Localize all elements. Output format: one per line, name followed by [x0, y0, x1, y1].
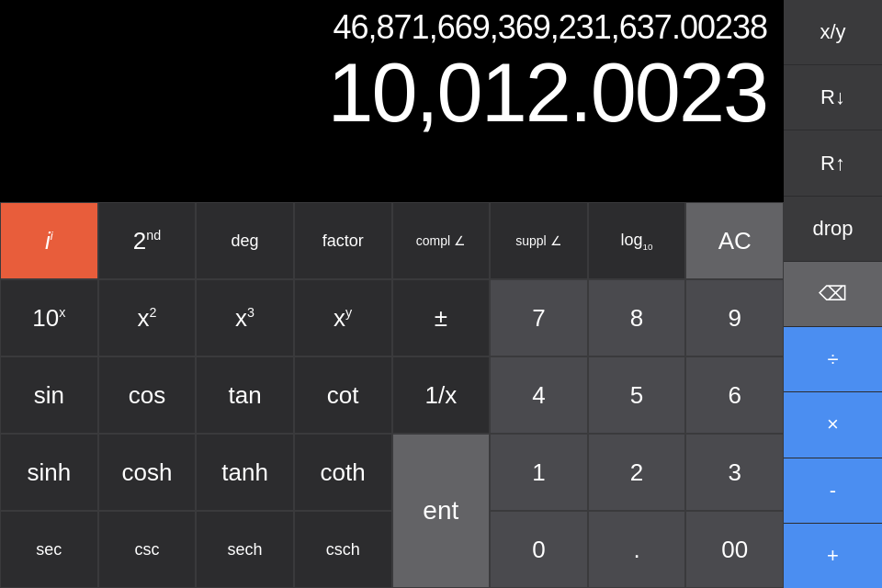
cosh-label: cosh: [121, 458, 172, 487]
deg-label: deg: [232, 232, 259, 251]
display-primary: 10,012.0023: [17, 50, 767, 137]
6-button[interactable]: 6: [685, 356, 784, 434]
dot-button[interactable]: .: [588, 511, 686, 588]
ent-button[interactable]: ent: [392, 434, 491, 588]
cos-button[interactable]: cos: [98, 356, 197, 434]
divide-label: ÷: [827, 347, 838, 371]
2nd-button[interactable]: 2nd: [98, 202, 197, 279]
drop-button[interactable]: drop: [784, 197, 882, 262]
tan-button[interactable]: tan: [196, 356, 294, 434]
plus-button[interactable]: +: [784, 524, 882, 588]
8-button[interactable]: 8: [588, 279, 686, 356]
sech-label: sech: [228, 540, 263, 560]
cosh-button[interactable]: cosh: [98, 434, 197, 511]
8-label: 8: [630, 304, 643, 333]
00-button[interactable]: 00: [685, 511, 784, 588]
0-label: 0: [532, 536, 545, 564]
minus-button[interactable]: -: [784, 458, 882, 524]
xy-sidebar-label: x/y: [820, 20, 845, 44]
sinh-label: sinh: [27, 458, 71, 487]
cot-label: cot: [327, 381, 359, 410]
1-button[interactable]: 1: [490, 434, 588, 511]
2-button[interactable]: 2: [588, 434, 686, 511]
sidebar: x/y R↓ R↑ drop ⌫ ÷ × - +: [784, 0, 882, 588]
backspace-button[interactable]: ⌫: [784, 262, 882, 327]
5-button[interactable]: 5: [588, 356, 686, 434]
4-label: 4: [532, 381, 545, 410]
compl-angle-label: compl ∠: [416, 233, 466, 248]
0-button[interactable]: 0: [490, 511, 588, 588]
5-label: 5: [630, 381, 643, 410]
minus-label: -: [830, 479, 836, 503]
sech-button[interactable]: sech: [196, 511, 294, 588]
sec-label: sec: [36, 540, 62, 560]
divide-button[interactable]: ÷: [784, 327, 882, 392]
log10-button[interactable]: log10: [588, 202, 686, 279]
1x-button[interactable]: 1/x: [392, 356, 491, 434]
coth-button[interactable]: coth: [294, 434, 392, 511]
tanh-button[interactable]: tanh: [196, 434, 294, 511]
main-area: 46,871,669,369,231,637.00238 10,012.0023…: [0, 0, 784, 588]
7-label: 7: [532, 304, 545, 333]
display: 46,871,669,369,231,637.00238 10,012.0023: [0, 0, 784, 202]
2-label: 2: [630, 458, 643, 487]
compl-angle-button[interactable]: compl ∠: [392, 202, 491, 279]
ac-label: AC: [718, 227, 752, 255]
00-label: 00: [721, 536, 748, 564]
sin-label: sin: [34, 381, 64, 410]
csch-label: csch: [326, 540, 360, 560]
multiply-button[interactable]: ×: [784, 392, 882, 458]
factor-label: factor: [322, 232, 364, 251]
tan-label: tan: [228, 381, 261, 410]
suppl-angle-label: suppl ∠: [515, 233, 561, 248]
i-label: ii: [45, 227, 53, 255]
cos-label: cos: [129, 381, 165, 410]
plusminus-button[interactable]: ±: [392, 279, 491, 356]
coth-label: coth: [321, 458, 366, 487]
i-button[interactable]: ii: [0, 202, 98, 279]
dot-label: .: [633, 536, 639, 564]
display-secondary: 46,871,669,369,231,637.00238: [17, 9, 767, 46]
x3-button[interactable]: x3: [196, 279, 294, 356]
x3-label: x3: [235, 304, 254, 333]
sin-button[interactable]: sin: [0, 356, 98, 434]
csc-button[interactable]: csc: [98, 511, 197, 588]
factor-button[interactable]: factor: [294, 202, 392, 279]
ac-button[interactable]: AC: [685, 202, 784, 279]
calculator: 46,871,669,369,231,637.00238 10,012.0023…: [0, 0, 882, 588]
3-button[interactable]: 3: [685, 434, 784, 511]
xy-sidebar-button[interactable]: x/y: [784, 0, 882, 65]
drop-label: drop: [812, 217, 853, 241]
csch-button[interactable]: csch: [294, 511, 392, 588]
r-down-button[interactable]: R↓: [784, 65, 882, 130]
backspace-label: ⌫: [819, 282, 847, 306]
10x-label: 10x: [32, 304, 65, 333]
multiply-label: ×: [827, 413, 839, 436]
cot-button[interactable]: cot: [294, 356, 392, 434]
3-label: 3: [728, 458, 741, 487]
x2-label: x2: [137, 304, 156, 333]
1-label: 1: [532, 458, 545, 487]
xy-button[interactable]: xy: [294, 279, 392, 356]
tanh-label: tanh: [221, 458, 268, 487]
plus-label: +: [827, 544, 839, 568]
7-button[interactable]: 7: [490, 279, 588, 356]
6-label: 6: [728, 381, 741, 410]
x2-button[interactable]: x2: [98, 279, 197, 356]
sinh-button[interactable]: sinh: [0, 434, 98, 511]
9-label: 9: [728, 304, 741, 333]
button-grid: ii 2nd deg factor compl ∠ suppl ∠ log10 …: [0, 202, 784, 588]
ent-label: ent: [423, 496, 458, 526]
4-button[interactable]: 4: [490, 356, 588, 434]
9-button[interactable]: 9: [685, 279, 784, 356]
r-up-button[interactable]: R↑: [784, 130, 882, 196]
1x-label: 1/x: [424, 381, 457, 410]
sec-button[interactable]: sec: [0, 511, 98, 588]
xy-label: xy: [334, 304, 352, 333]
plusminus-label: ±: [435, 304, 447, 333]
10x-button[interactable]: 10x: [0, 279, 98, 356]
2nd-label: 2nd: [133, 227, 161, 255]
deg-button[interactable]: deg: [196, 202, 294, 279]
suppl-angle-button[interactable]: suppl ∠: [490, 202, 588, 279]
r-down-label: R↓: [820, 85, 845, 109]
